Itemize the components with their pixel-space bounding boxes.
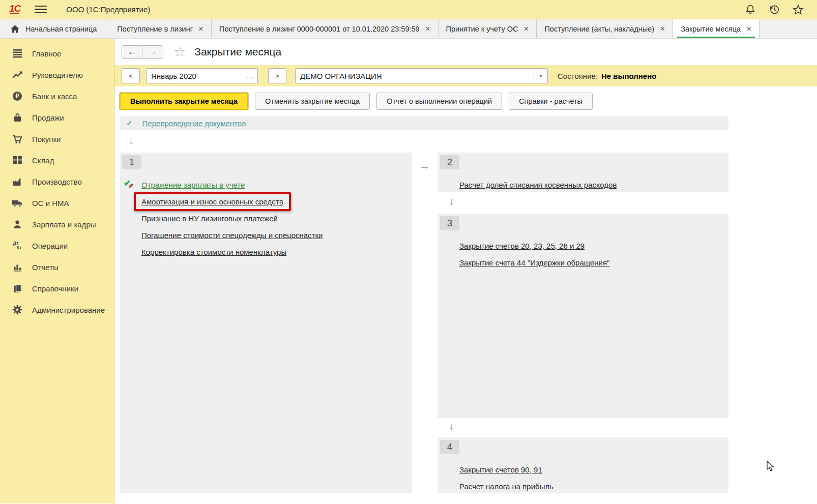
close-icon[interactable]: × [198, 24, 203, 33]
down-arrow-icon: ↓ [128, 135, 134, 145]
sidebar-item-bank-i-kassa[interactable]: ₽ Банк и касса [0, 85, 114, 107]
operation-link-indirect-costs[interactable]: Расчет долей списания косвенных расходов [459, 181, 617, 189]
period-picker-button[interactable]: ... [243, 72, 257, 80]
sidebar-item-label: Администрирование [32, 306, 105, 314]
operation-link-depreciation[interactable]: Амортизация и износ основных средств [141, 197, 283, 206]
books-icon [11, 283, 23, 293]
tab-zakrytie-mesyaca[interactable]: Закрытие месяца × [673, 19, 760, 38]
down-arrow-icon: ↓ [449, 421, 454, 431]
sidebar-item-prodazhi[interactable]: Продажи [0, 107, 114, 128]
down-arrow-icon: ↓ [449, 196, 454, 206]
close-icon[interactable]: × [660, 24, 665, 33]
tab-home[interactable]: Начальная страница [0, 19, 109, 38]
hamburger-menu-icon[interactable] [35, 6, 47, 13]
nav-forward-button[interactable]: → [142, 46, 163, 58]
cancel-month-closing-button[interactable]: Отменить закрытие месяца [255, 93, 370, 110]
sidebar-item-spravochniki[interactable]: Справочники [0, 278, 114, 299]
sidebar-item-otchety[interactable]: Отчеты [0, 256, 114, 278]
sidebar-item-label: ОС и НМА [32, 199, 69, 207]
sidebar-item-glavnoe[interactable]: Главное [0, 43, 114, 64]
close-icon[interactable]: × [523, 24, 529, 33]
operations-group-4: 4 Закрытие счетов 90, 91 Расчет налога н… [437, 437, 728, 493]
calculations-references-button[interactable]: Справки - расчеты [509, 93, 593, 110]
menu-lines-icon [11, 48, 23, 58]
operation-link-workwear-cost[interactable]: Погашение стоимости спецодежды и спецосн… [141, 231, 323, 240]
shopping-cart-icon [11, 134, 23, 144]
sidebar-item-sklad[interactable]: Склад [0, 150, 114, 171]
sidebar-item-operacii[interactable]: ДтКт Операции [0, 235, 114, 256]
sidebar-item-os-i-nma[interactable]: ОС и НМА [0, 192, 114, 214]
bar-chart-icon [11, 262, 23, 272]
tab-label: Поступление в лизинг 0000-000001 от 10.0… [219, 25, 420, 33]
add-to-favorites-star-icon[interactable]: ☆ [173, 45, 186, 59]
sidebar-item-label: Склад [32, 156, 54, 165]
sidebar-item-label: Руководителю [32, 71, 83, 79]
tab-postuplenie-document[interactable]: Поступление в лизинг 0000-000001 от 10.0… [212, 19, 439, 38]
flow-arrow-row: ↓ [437, 418, 728, 437]
sidebar-item-administrirovanie[interactable]: Администрирование [0, 299, 114, 320]
red-highlight-box: Амортизация и износ основных средств [134, 192, 291, 211]
tabbar-empty-space [760, 19, 817, 38]
sidebar-item-label: Продажи [32, 113, 64, 122]
status-value: Не выполнено [601, 72, 656, 80]
notifications-bell-icon[interactable] [745, 4, 756, 15]
favorites-star-icon[interactable] [793, 4, 804, 15]
done-check-pencil-icon: ✔✎ [124, 179, 135, 189]
window-title-bar: 1С ООО (1С:Предприятие) [0, 0, 817, 19]
close-icon[interactable]: × [425, 24, 430, 33]
sidebar-item-rukovoditelyu[interactable]: Руководителю [0, 64, 114, 85]
status-label: Состояние: [558, 72, 598, 80]
tab-label: Закрытие месяца [681, 25, 741, 33]
page-header: ← → ☆ Закрытие месяца [114, 39, 817, 65]
run-month-closing-button[interactable]: Выполнить закрытие месяца [120, 93, 248, 110]
period-toolbar: < Январь 2020 ... > ДЕМО ОРГАНИЗАЦИЯ ▼ С… [114, 65, 817, 86]
tab-label: Поступление (акты, накладные) [544, 25, 654, 33]
group-number-badge: 1 [122, 155, 141, 169]
close-icon[interactable]: × [746, 24, 751, 33]
operation-link-close-accounts-20-29[interactable]: Закрытие счетов 20, 23, 25, 26 и 29 [459, 242, 585, 250]
operation-row: Корректировка стоимости номенклатуры [120, 244, 412, 260]
operation-row: Амортизация и износ основных средств [120, 193, 412, 210]
1c-logo: 1С [9, 3, 20, 16]
operations-report-button[interactable]: Отчет о выполнении операций [376, 93, 502, 110]
sidebar-item-label: Справочники [32, 284, 78, 293]
operation-link-nomenclature-cost[interactable]: Корректировка стоимости номенклатуры [141, 248, 286, 256]
tab-postuplenie-akty[interactable]: Поступление (акты, накладные) × [537, 19, 673, 38]
nav-back-button[interactable]: ← [122, 46, 142, 58]
period-input[interactable]: Январь 2020 ... [146, 68, 258, 83]
boxes-grid-icon [11, 155, 23, 165]
group-number-badge: 2 [440, 155, 459, 169]
tab-postuplenie-v-lizing[interactable]: Поступление в лизинг × [109, 19, 212, 38]
prev-month-button[interactable]: < [122, 68, 140, 83]
column-gap: → [412, 153, 437, 493]
operation-link-close-account-44[interactable]: Закрытие счета 44 "Издержки обращения" [459, 258, 609, 267]
operation-row: ✔✎ Отражение зарплаты в учете [120, 176, 412, 193]
truck-icon [11, 198, 23, 208]
tab-label: Поступление в лизинг [117, 25, 193, 33]
operation-link-income-tax[interactable]: Расчет налога на прибыль [459, 482, 553, 491]
operations-group-3: 3 Закрытие счетов 20, 23, 25, 26 и 29 За… [437, 214, 728, 418]
history-icon[interactable] [769, 4, 780, 15]
bag-icon [11, 112, 23, 123]
sidebar-item-label: Операции [32, 242, 68, 250]
operations-group-1: 1 ✔✎ Отражение зарплаты в учете Амортиза… [120, 153, 412, 493]
actions-toolbar: Выполнить закрытие месяца Отменить закры… [114, 86, 817, 116]
app-title: ООО (1С:Предприятие) [66, 5, 150, 14]
operation-link-close-accounts-90-91[interactable]: Закрытие счетов 90, 91 [459, 465, 542, 474]
chevron-down-icon[interactable]: ▼ [534, 69, 547, 83]
operation-link-salary-reflection[interactable]: Отражение зарплаты в учете [141, 181, 245, 189]
reposting-documents-link[interactable]: Перепроведение документов [142, 119, 246, 128]
organization-select[interactable]: ДЕМО ОРГАНИЗАЦИЯ ▼ [295, 68, 548, 83]
next-month-button[interactable]: > [268, 68, 286, 83]
organization-value: ДЕМО ОРГАНИЗАЦИЯ [296, 72, 534, 80]
sidebar-item-pokupki[interactable]: Покупки [0, 128, 114, 150]
operation-row: Закрытие счетов 90, 91 [437, 461, 728, 478]
trend-arrow-icon [11, 70, 23, 80]
operation-link-leasing-payments[interactable]: Признание в НУ лизинговых платежей [141, 214, 278, 223]
sidebar-item-label: Отчеты [32, 263, 59, 272]
operation-row: Признание в НУ лизинговых платежей [120, 210, 412, 227]
operation-row: Расчет долей списания косвенных расходов [437, 176, 728, 193]
sidebar-item-zarplata-i-kadry[interactable]: Зарплата и кадры [0, 214, 114, 235]
tab-prinyatie-k-uchetu-os[interactable]: Принятие к учету ОС × [439, 19, 537, 38]
sidebar-item-proizvodstvo[interactable]: Производство [0, 171, 114, 192]
